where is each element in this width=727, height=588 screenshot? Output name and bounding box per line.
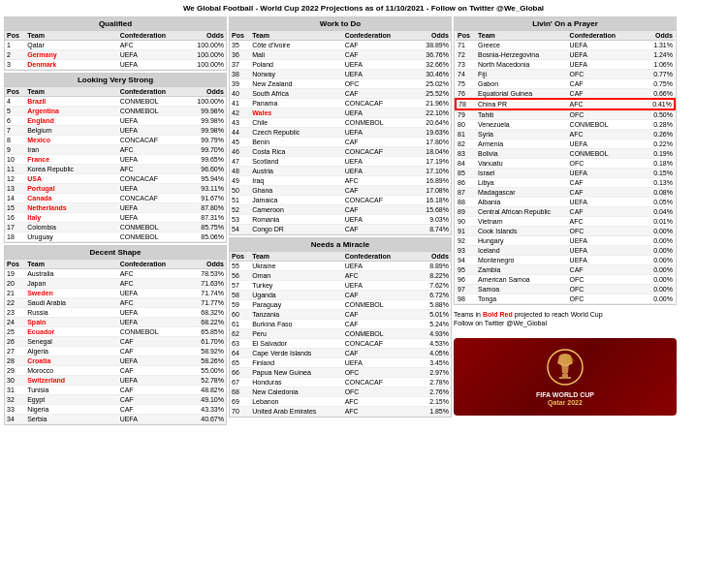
table-row: 41PanamaCONCACAF21.96% [230, 99, 451, 108]
data-cell: CAF [343, 186, 405, 196]
data-cell: 7 [5, 126, 25, 136]
data-cell: UEFA [568, 41, 629, 50]
table-row: 37PolandUEFA32.66% [230, 60, 451, 70]
team-cell: Congo DR [250, 225, 342, 234]
team-cell: Cameroon [250, 205, 342, 215]
team-cell: Peru [250, 329, 342, 339]
data-cell: 76 [456, 89, 476, 100]
team-cell: Brazil [25, 97, 117, 107]
data-cell: 0.26% [629, 130, 675, 139]
data-cell: 3.45% [404, 358, 451, 368]
table-row: 36MaliCAF36.76% [230, 50, 451, 60]
table-row: 23RussiaUEFA68.32% [5, 308, 226, 318]
team-cell: Italy [25, 213, 117, 223]
data-cell: OFC [343, 79, 405, 89]
data-cell: OFC [568, 227, 629, 236]
data-cell: 93 [456, 246, 476, 256]
data-cell: 23 [5, 308, 25, 318]
data-cell: 93.11% [179, 184, 226, 194]
data-cell: 8 [5, 136, 25, 145]
table-row: 56OmanAFC8.22% [230, 271, 451, 281]
team-cell: Iraq [250, 176, 342, 186]
data-cell: 67 [230, 378, 250, 387]
team-cell: Samoa [476, 285, 568, 294]
table-row: 71GreeceUEFA1.31% [456, 41, 675, 50]
data-cell: 10 [5, 155, 25, 165]
data-cell: 17.10% [404, 167, 451, 176]
data-cell: 91.67% [179, 194, 226, 203]
team-cell: Egypt [25, 395, 117, 405]
data-cell: CAF [118, 386, 180, 395]
data-cell: CONMEBOL [568, 149, 629, 159]
data-cell: 59 [230, 300, 250, 310]
data-cell: CAF [568, 188, 629, 198]
data-cell: UEFA [568, 139, 629, 149]
col-conf: Confederation [118, 31, 180, 41]
team-cell: Cape Verde Islands [250, 349, 342, 358]
table-row: 53RomaniaUEFA9.03% [230, 215, 451, 225]
data-cell: CAF [118, 395, 180, 405]
table-row: 91Cook IslandsOFC0.00% [456, 227, 675, 236]
data-cell: 87.31% [179, 213, 226, 223]
table-row: 82ArmeniaUEFA0.22% [456, 139, 675, 149]
table-row: 39New ZealandOFC25.02% [230, 79, 451, 89]
strong-header: Looking Very Strong [5, 74, 226, 87]
team-cell: Senegal [25, 337, 117, 347]
table-row: 10FranceUEFA99.65% [5, 155, 226, 165]
data-cell: UEFA [568, 60, 629, 70]
data-cell: 0.19% [629, 149, 675, 159]
data-cell: CONMEBOL [343, 300, 405, 310]
data-cell: 15.68% [404, 205, 451, 215]
data-cell: 83 [456, 149, 476, 159]
data-cell: CAF [343, 310, 405, 320]
world-cup-logo [546, 348, 585, 387]
data-cell: 0.01% [629, 217, 675, 227]
data-cell: 78.53% [179, 269, 226, 279]
data-cell: 13 [5, 184, 25, 194]
team-cell: New Caledonia [250, 387, 342, 397]
data-cell: UEFA [118, 318, 180, 327]
team-cell: Ghana [250, 186, 342, 196]
table-row: 38NorwayUEFA30.46% [230, 70, 451, 79]
footer-note: Teams in Bold Red projected to reach Wor… [454, 311, 677, 318]
data-cell: 73 [456, 60, 476, 70]
data-cell: AFC [118, 165, 180, 174]
data-cell: UEFA [343, 157, 405, 167]
table-row: 3DenmarkUEFA100.00% [5, 60, 226, 70]
data-cell: UEFA [118, 116, 180, 126]
data-cell: 9 [5, 145, 25, 155]
team-cell: Australia [25, 269, 117, 279]
data-cell: 69 [230, 397, 250, 407]
data-cell: 0.28% [629, 120, 675, 130]
svg-rect-1 [562, 374, 568, 377]
team-cell: Algeria [25, 347, 117, 356]
data-cell: 18 [5, 232, 25, 242]
data-cell: UEFA [118, 126, 180, 136]
data-cell: AFC [343, 271, 405, 281]
data-cell: 91 [456, 227, 476, 236]
data-cell: CONMEBOL [118, 327, 180, 337]
team-cell: China PR [476, 99, 568, 109]
team-cell: Colombia [25, 223, 117, 232]
data-cell: 43 [230, 118, 250, 128]
data-cell: 45 [230, 138, 250, 147]
data-cell: 36 [230, 50, 250, 60]
data-cell: 0.08% [629, 188, 675, 198]
table-row: 44Czech RepublicUEFA19.63% [230, 128, 451, 138]
col-odds: Odds [404, 252, 451, 262]
data-cell: 44 [230, 128, 250, 138]
data-cell: OFC [568, 275, 629, 285]
team-cell: Spain [25, 318, 117, 327]
data-cell: 78 [456, 99, 476, 109]
table-row: 60TanzaniaCAF5.01% [230, 310, 451, 320]
data-cell: 30.46% [404, 70, 451, 79]
team-cell: Burkina Faso [250, 320, 342, 329]
table-row: 70United Arab EmiratesAFC1.85% [230, 407, 451, 417]
data-cell: AFC [118, 279, 180, 289]
table-row: 26SenegalCAF61.70% [5, 337, 226, 347]
team-cell: Bolivia [476, 149, 568, 159]
table-row: 24SpainUEFA68.22% [5, 318, 226, 327]
table-row: 21SwedenUEFA71.74% [5, 289, 226, 298]
data-cell: 98 [456, 294, 476, 304]
data-cell: 92 [456, 236, 476, 246]
